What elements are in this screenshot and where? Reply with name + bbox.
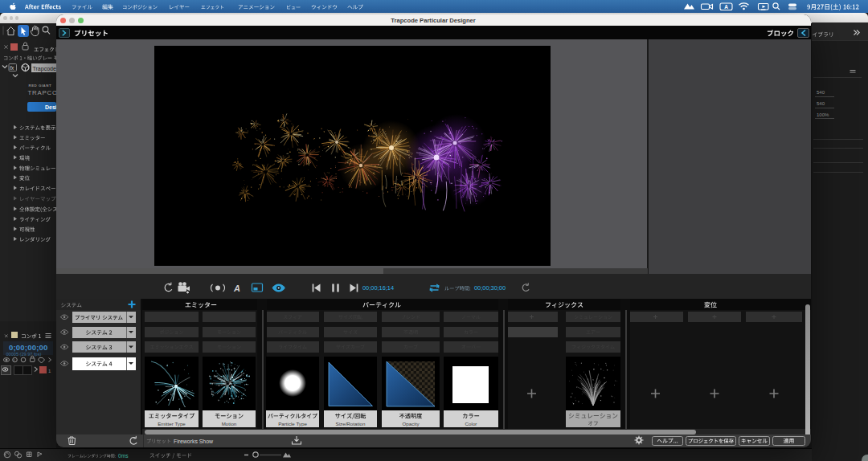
svg-text:Desi: Desi — [45, 104, 57, 110]
svg-text:Emitter Type: Emitter Type — [158, 421, 186, 426]
svg-text:1: 1 — [48, 369, 51, 373]
svg-text:Trapcode Particular Designer: Trapcode Particular Designer — [391, 17, 476, 24]
svg-text:540: 540 — [817, 101, 825, 106]
svg-text:00;00;16;14: 00;00;16;14 — [362, 284, 394, 292]
svg-text:Motion: Motion — [222, 421, 237, 426]
svg-text:Fireworks Show: Fireworks Show — [174, 439, 213, 444]
svg-text:Color: Color — [465, 421, 477, 426]
svg-text:Size/Rotation: Size/Rotation — [336, 421, 366, 426]
svg-text:RED GIANT: RED GIANT — [29, 84, 52, 88]
svg-text:Trapcode Par: Trapcode Par — [33, 66, 68, 72]
svg-text:0ms: 0ms — [118, 453, 129, 459]
svg-text:Opacity: Opacity — [403, 421, 420, 426]
svg-text:A: A — [233, 284, 240, 293]
svg-text:i: i — [14, 357, 14, 362]
svg-text:fx: fx — [10, 65, 14, 71]
svg-text:TRAPCODE P: TRAPCODE P — [28, 89, 76, 96]
svg-text:A: A — [724, 4, 728, 10]
svg-text:00005 (29.97 fps): 00005 (29.97 fps) — [6, 352, 42, 357]
svg-text:Particle Type: Particle Type — [278, 421, 307, 426]
svg-text:100%: 100% — [817, 112, 829, 117]
svg-text:00;00;30;00: 00;00;30;00 — [474, 284, 506, 292]
svg-text:540: 540 — [817, 90, 825, 95]
svg-text:0;00;00;00: 0;00;00;00 — [9, 343, 47, 352]
